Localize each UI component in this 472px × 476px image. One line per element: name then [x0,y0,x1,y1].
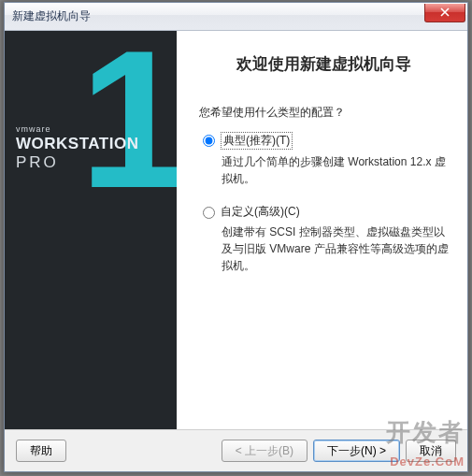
option-custom-desc: 创建带有 SCSI 控制器类型、虚拟磁盘类型以及与旧版 VMware 产品兼容性… [222,224,449,274]
close-button[interactable] [424,4,465,22]
cancel-button[interactable]: 取消 [406,440,456,462]
close-icon [440,7,450,17]
radio-typical[interactable] [203,135,215,147]
option-typical[interactable]: 典型(推荐)(T) [199,132,449,150]
next-button[interactable]: 下一步(N) > [313,440,400,462]
option-custom-label[interactable]: 自定义(高级)(C) [221,204,300,220]
radio-custom[interactable] [203,207,215,219]
titlebar: 新建虚拟机向导 [5,3,467,31]
window-title: 新建虚拟机向导 [12,8,91,24]
edition-label: PRO [16,153,138,172]
help-button[interactable]: 帮助 [16,440,66,462]
brand-label: vmware [16,124,138,134]
page-heading: 欢迎使用新建虚拟机向导 [199,53,449,75]
sidebar-graphic: 12 vmware WORKSTATION PRO [5,31,177,429]
config-question: 您希望使用什么类型的配置？ [199,105,449,121]
option-typical-label[interactable]: 典型(推荐)(T) [221,132,293,150]
back-button: < 上一步(B) [222,440,308,462]
wizard-window: 新建虚拟机向导 12 vmware WORKSTATION PRO 欢迎使用新建… [4,2,468,472]
product-label: WORKSTATION [16,136,138,153]
option-typical-desc: 通过几个简单的步骤创建 Workstation 12.x 虚拟机。 [222,153,449,187]
footer: 帮助 < 上一步(B) 下一步(N) > 取消 [5,429,467,471]
option-custom[interactable]: 自定义(高级)(C) [199,204,449,220]
